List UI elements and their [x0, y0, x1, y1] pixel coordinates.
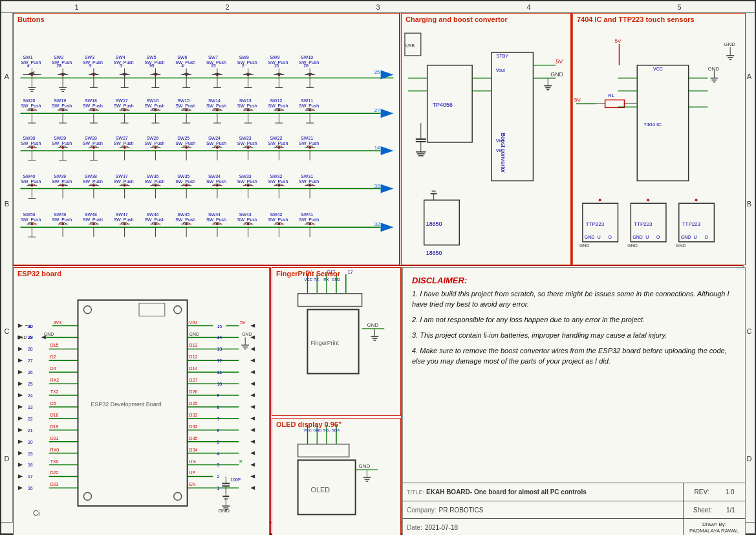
svg-text:SW_Push: SW_Push	[206, 141, 226, 146]
svg-text:O: O	[704, 235, 708, 239]
svg-text:EN: EN	[189, 482, 196, 486]
svg-text:UP: UP	[189, 470, 196, 475]
grid-col-3: 3	[303, 3, 453, 11]
svg-text:SW38: SW38	[85, 174, 97, 179]
grid-row-rd: D	[747, 395, 752, 522]
svg-text:SW_Push: SW_Push	[52, 141, 72, 146]
svg-text:D13: D13	[189, 343, 198, 347]
svg-text:SW_Push: SW_Push	[237, 141, 257, 146]
svg-text:10: 10	[217, 382, 222, 386]
svg-text:SW_Push: SW_Push	[52, 179, 72, 184]
svg-text:SW7: SW7	[208, 55, 218, 60]
rev-value: 1.0	[726, 488, 735, 496]
svg-text:D12: D12	[189, 355, 198, 359]
svg-text:32: 32	[374, 221, 380, 227]
svg-text:SW49: SW49	[54, 212, 66, 217]
svg-marker-543	[250, 486, 255, 490]
svg-text:SW15: SW15	[177, 98, 189, 103]
grid-top: 1 2 3 4 5	[1, 1, 755, 13]
svg-text:SW_Push: SW_Push	[206, 60, 226, 65]
svg-text:Vin+: Vin+	[496, 138, 505, 143]
svg-text:SW_Push: SW_Push	[144, 179, 164, 184]
company-value: PR ROBOTICS	[439, 507, 484, 514]
svg-text:4: 4	[27, 63, 29, 68]
svg-text:SW_Push: SW_Push	[114, 104, 134, 109]
svg-text:SW42: SW42	[270, 212, 282, 217]
svg-text:2: 2	[217, 474, 219, 479]
svg-text:GND: GND	[681, 235, 691, 239]
svg-text:22: 22	[28, 417, 33, 421]
svg-text:SW27: SW27	[116, 136, 128, 140]
svg-marker-556	[18, 324, 23, 328]
svg-text:VIN: VIN	[189, 320, 197, 325]
svg-text:5: 5	[120, 63, 122, 68]
svg-text:SW10: SW10	[301, 55, 313, 60]
oled-schematic: VCC GND SCL SDA OLED GND	[272, 419, 400, 535]
svg-marker-570	[18, 486, 23, 490]
svg-text:33: 33	[374, 183, 380, 189]
grid-row-rc: C	[747, 268, 752, 395]
svg-text:4: 4	[181, 63, 184, 68]
svg-text:D22: D22	[50, 470, 59, 475]
svg-text:D35: D35	[189, 436, 198, 441]
svg-marker-560	[18, 370, 23, 374]
disclaimer-item-3: 3. This project contain li-ion batteries…	[412, 331, 736, 341]
svg-text:SW_Push: SW_Push	[268, 217, 288, 223]
disclaimer-item-4: 4. Make sure to remove the boost convert…	[412, 346, 736, 367]
svg-text:GND: GND	[579, 243, 589, 248]
svg-text:RX2: RX2	[50, 378, 59, 382]
svg-text:7: 7	[217, 417, 219, 421]
svg-marker-497	[250, 370, 255, 374]
svg-text:SW36: SW36	[146, 174, 158, 179]
svg-text:D4: D4	[50, 366, 56, 371]
svg-text:TP4056: TP4056	[433, 102, 453, 108]
grid-row-rb: B	[747, 140, 751, 268]
panel-7404: 7404 IC and TTP223 touch sensors 5V R1 7…	[572, 13, 746, 265]
svg-marker-509	[250, 405, 255, 409]
svg-text:4: 4	[217, 452, 219, 456]
svg-text:SW17: SW17	[116, 98, 128, 103]
svg-text:SW_Push: SW_Push	[299, 179, 319, 184]
svg-text:17: 17	[28, 474, 33, 479]
svg-text:SW_Push: SW_Push	[21, 104, 41, 109]
svg-text:SW_Push: SW_Push	[299, 60, 319, 65]
grid-col-2: 2	[152, 3, 303, 11]
svg-text:SW32: SW32	[270, 174, 282, 179]
svg-text:SW_Push: SW_Push	[268, 104, 288, 109]
disclaimer-item-1: 1. I have build this project from scratc…	[412, 289, 736, 310]
svg-text:19: 19	[28, 452, 33, 456]
buttons-schematic: SW1 SW_Push SW2 SW_Push SW3 SW_Push SW4 …	[14, 14, 399, 265]
svg-text:GND: GND	[189, 332, 199, 336]
svg-text:SW44: SW44	[208, 212, 221, 217]
svg-text:SW6: SW6	[177, 55, 187, 60]
svg-marker-529	[250, 463, 255, 467]
svg-text:SW28: SW28	[85, 136, 97, 140]
svg-text:D27: D27	[189, 378, 198, 382]
svg-text:18: 18	[28, 463, 33, 467]
title-label: TITLE:	[407, 489, 424, 496]
svg-text:SW34: SW34	[208, 174, 221, 179]
svg-text:D15: D15	[50, 343, 59, 347]
grid-col-5: 5	[604, 3, 755, 11]
panel-charging-title: Charging and boost convertor	[405, 16, 508, 23]
svg-text:SW_Push: SW_Push	[114, 60, 134, 65]
svg-text:SW21: SW21	[301, 136, 313, 140]
svg-text:SW_Push: SW_Push	[175, 179, 195, 184]
svg-text:U: U	[598, 235, 601, 239]
svg-marker-493	[250, 358, 255, 362]
svg-marker-566	[18, 440, 23, 444]
svg-text:D21: D21	[50, 436, 59, 441]
svg-rect-357	[605, 100, 625, 107]
svg-text:SW11: SW11	[301, 98, 313, 103]
panel-buttons-title: Buttons	[17, 16, 45, 23]
svg-text:STBY: STBY	[497, 54, 508, 58]
svg-text:SW46: SW46	[146, 212, 158, 217]
svg-text:D2: D2	[50, 355, 56, 359]
grid-col-4: 4	[453, 3, 604, 11]
svg-text:GND: GND	[313, 428, 321, 432]
svg-text:100F: 100F	[230, 477, 241, 482]
svg-marker-505	[250, 393, 255, 397]
svg-text:18650: 18650	[426, 221, 442, 227]
grid-left: A B C D	[1, 13, 13, 522]
grid-row-ra: A	[747, 13, 751, 140]
